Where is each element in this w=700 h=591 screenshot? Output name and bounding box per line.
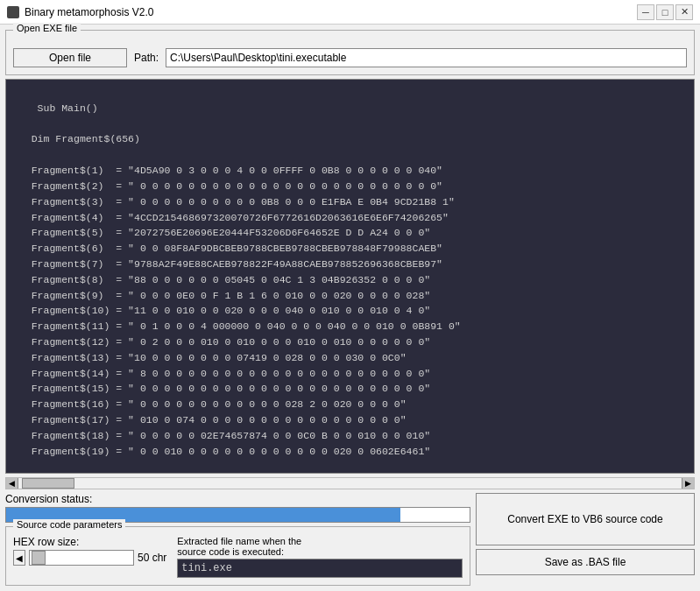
window-body: Open EXE file Open file Path: Sub Main()…: [0, 25, 700, 591]
save-bas-button[interactable]: Save as .BAS file: [476, 549, 695, 575]
hscroll-right-arrow[interactable]: ▶: [682, 478, 694, 489]
hex-row-label: HEX row size:: [13, 536, 166, 548]
left-bottom: Conversion status: Source code parameter…: [5, 493, 470, 586]
bottom-section: Conversion status: Source code parameter…: [5, 493, 695, 586]
title-bar: Binary metamorphosis V2.0 ─ □ ✕: [0, 0, 700, 25]
status-label: Conversion status:: [5, 493, 470, 505]
right-bottom: Convert EXE to VB6 source code Save as .…: [476, 493, 695, 586]
params-inner: HEX row size: ◀ 50 chr Extracted file na…: [13, 536, 463, 578]
extracted-section: Extracted file name when the source code…: [177, 536, 463, 578]
code-display[interactable]: Sub Main() Dim Fragment$(656) Fragment$(…: [5, 79, 695, 474]
convert-button[interactable]: Convert EXE to VB6 source code: [476, 493, 695, 545]
path-input[interactable]: [166, 48, 687, 67]
status-row: Conversion status:: [5, 493, 470, 523]
chr-value: 50 chr: [138, 552, 166, 564]
extracted-label: Extracted file name when the source code…: [177, 536, 463, 557]
path-label: Path:: [134, 52, 159, 64]
slider-track[interactable]: [29, 550, 134, 566]
horizontal-scrollbar[interactable]: ◀ ▶: [5, 477, 695, 489]
slider-thumb[interactable]: [32, 551, 46, 565]
slider-left-arrow[interactable]: ◀: [13, 550, 25, 566]
maximize-button[interactable]: □: [656, 4, 674, 20]
close-button[interactable]: ✕: [675, 4, 693, 20]
source-params-group: Source code parameters HEX row size: ◀ 5…: [5, 526, 470, 586]
hscroll-track[interactable]: [18, 478, 682, 489]
minimize-button[interactable]: ─: [637, 4, 654, 20]
hscroll-thumb[interactable]: [22, 478, 74, 489]
open-exe-group: Open EXE file Open file Path:: [5, 30, 695, 75]
code-content: Sub Main() Dim Fragment$(656) Fragment$(…: [13, 102, 461, 457]
open-exe-group-label: Open EXE file: [13, 23, 81, 33]
slider-row: ◀ 50 chr: [13, 550, 166, 566]
window-title: Binary metamorphosis V2.0: [25, 6, 153, 18]
hex-row-section: HEX row size: ◀ 50 chr: [13, 536, 166, 566]
title-bar-left: Binary metamorphosis V2.0: [7, 6, 153, 18]
extracted-input[interactable]: [177, 559, 463, 578]
open-file-button[interactable]: Open file: [13, 48, 127, 67]
title-controls: ─ □ ✕: [637, 4, 693, 20]
app-icon: [7, 6, 19, 18]
source-params-label: Source code parameters: [13, 519, 125, 530]
open-file-row: Open file Path:: [13, 48, 687, 67]
hscroll-left-arrow[interactable]: ◀: [6, 478, 18, 489]
